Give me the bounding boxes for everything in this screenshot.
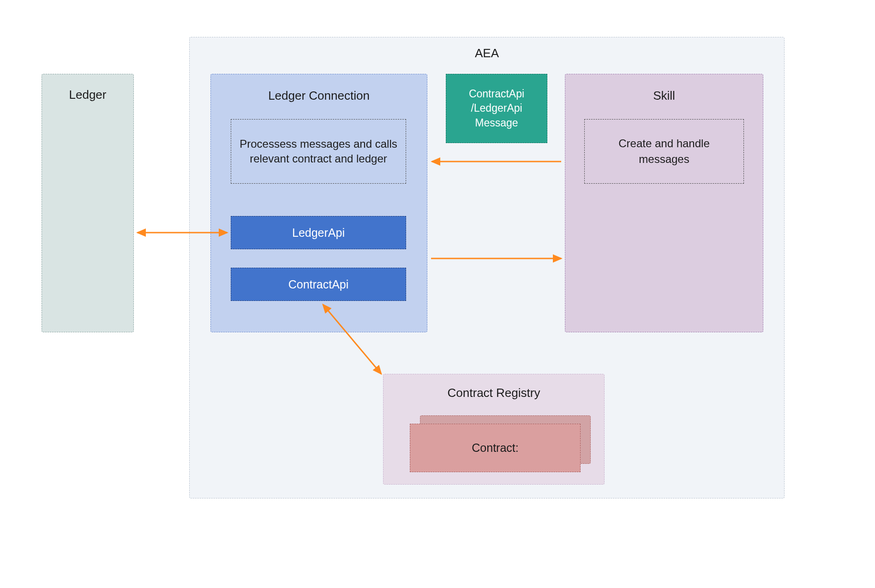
- diagram-canvas: AEA Ledger Ledger Connection Processess …: [0, 0, 875, 588]
- ledger-title: Ledger: [42, 88, 134, 102]
- ledger-box: [42, 74, 134, 332]
- skill-title: Skill: [565, 89, 763, 103]
- aea-title: AEA: [189, 46, 785, 60]
- skill-box: [565, 74, 763, 332]
- ledger-connection-title: Ledger Connection: [210, 89, 427, 103]
- ledger-connection-description: Processess messages and calls relevant c…: [231, 119, 406, 184]
- contract-registry-title: Contract Registry: [383, 386, 605, 400]
- contract-api-box: ContractApi: [231, 268, 406, 301]
- message-box: ContractApi /LedgerApi Message: [446, 74, 547, 143]
- contract-card-front: Contract:: [410, 424, 581, 472]
- ledger-api-box: LedgerApi: [231, 216, 406, 249]
- skill-description: Create and handle messages: [584, 119, 744, 184]
